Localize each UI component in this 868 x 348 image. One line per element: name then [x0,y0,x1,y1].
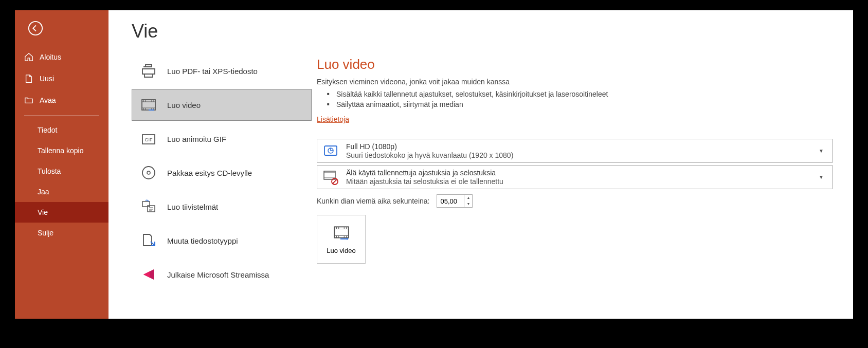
sidebar-label: Tallenna kopio [38,146,84,155]
home-icon [24,52,33,62]
sidebar-divider [24,115,99,116]
sidebar-item-share[interactable]: Jaa [15,181,109,202]
main-content: Luo video Esityksen vieminen videona, jo… [317,10,853,319]
video-quality-dropdown[interactable]: Full HD (1080p) Suuri tiedostokoko ja hy… [317,139,833,163]
section-description: Esityksen vieminen videona, jonka voit j… [317,78,833,86]
create-video-button-label: Luo video [327,247,355,254]
video-icon [140,97,157,113]
sidebar-label: Jaa [38,188,49,196]
feature-item: Säilyttää animaatiot, siirtymät ja media… [327,99,833,109]
sidebar: Aloitus Uusi Avaa Tiedot Tallenna kopio … [15,10,109,319]
sidebar-item-close[interactable]: Sulje [15,223,109,243]
video-export-icon [333,224,350,242]
export-option-pdf-xps[interactable]: Luo PDF- tai XPS-tiedosto [132,55,312,87]
monitor-icon [322,143,339,159]
sidebar-label: Tulosta [38,167,61,175]
dropdown-title: Full HD (1080p) [346,142,811,151]
chevron-down-icon: ▼ [819,174,824,180]
export-option-label: Luo animoitu GIF [167,135,226,143]
sidebar-label: Aloitus [40,53,61,61]
feature-item: Sisältää kaikki tallennetut ajastukset, … [327,89,833,99]
stream-icon [140,266,157,283]
folder-open-icon [24,96,33,105]
sidebar-item-home[interactable]: Aloitus [15,46,109,68]
feature-list: Sisältää kaikki tallennetut ajastukset, … [327,89,833,109]
sidebar-item-save-copy[interactable]: Tallenna kopio [15,140,109,161]
seconds-input[interactable] [437,196,464,206]
back-button[interactable] [23,15,48,41]
sidebar-item-new[interactable]: Uusi [15,68,109,89]
svg-point-5 [147,171,150,174]
pdf-xps-icon [140,63,157,79]
export-options-pane: Vie Luo PDF- tai XPS-tiedosto Luo video … [109,10,317,319]
export-option-label: Pakkaa esitys CD-levylle [167,169,252,177]
back-arrow-icon [28,21,43,36]
dropdown-title: Älä käytä tallennettuja ajastuksia ja se… [346,169,811,177]
learn-more-link[interactable]: Lisätietoja [317,115,349,123]
sidebar-item-print[interactable]: Tulosta [15,161,109,181]
new-file-icon [24,74,33,83]
sidebar-label: Sulje [38,229,53,237]
svg-point-0 [29,22,42,35]
spinner-up-icon[interactable]: ▲ [464,195,472,201]
seconds-spinner[interactable]: ▲ ▼ [437,194,473,208]
sidebar-item-export[interactable]: Vie [15,202,109,223]
export-option-handouts[interactable]: Luo tiivistelmät [132,191,312,223]
page-title: Vie [132,21,312,42]
dropdown-subtitle: Mitään ajastuksia tai selostuksia ei ole… [346,177,811,186]
export-option-package-cd[interactable]: Pakkaa esitys CD-levylle [132,157,312,189]
gif-icon: GIF [140,131,157,147]
section-heading: Luo video [317,57,833,72]
sidebar-item-open[interactable]: Avaa [15,89,109,111]
handouts-icon [140,198,157,215]
seconds-label: Kunkin dian viemä aika sekunteina: [317,197,429,205]
create-video-button[interactable]: Luo video [317,215,366,264]
export-option-label: Luo video [167,101,201,109]
svg-rect-1 [142,100,155,110]
export-option-label: Muuta tiedostotyyppi [167,236,238,245]
change-file-type-icon [140,232,157,249]
sidebar-item-info[interactable]: Tiedot [15,120,109,140]
sidebar-label: Vie [38,208,48,216]
spinner-down-icon[interactable]: ▼ [464,201,472,207]
timings-dropdown[interactable]: Älä käytä tallennettuja ajastuksia ja se… [317,165,833,189]
export-option-label: Luo PDF- tai XPS-tiedosto [167,67,258,76]
cd-icon [140,164,157,181]
export-option-create-video[interactable]: Luo video [132,89,312,121]
sidebar-label: Avaa [40,96,56,104]
no-timings-icon [322,169,339,186]
export-option-publish-stream[interactable]: Julkaise Microsoft Streamissa [132,259,312,290]
sidebar-label: Tiedot [38,126,57,134]
export-option-gif[interactable]: GIF Luo animoitu GIF [132,123,312,155]
sidebar-label: Uusi [40,75,54,83]
dropdown-subtitle: Suuri tiedostokoko ja hyvä kuvanlaatu (1… [346,151,811,159]
export-option-label: Luo tiivistelmät [167,203,218,211]
svg-text:GIF: GIF [145,137,153,142]
export-option-change-file-type[interactable]: Muuta tiedostotyyppi [132,225,312,257]
svg-point-4 [142,167,155,179]
backstage-view: Aloitus Uusi Avaa Tiedot Tallenna kopio … [15,10,853,319]
export-option-label: Julkaise Microsoft Streamissa [167,270,269,279]
chevron-down-icon: ▼ [819,148,824,154]
seconds-per-slide-row: Kunkin dian viemä aika sekunteina: ▲ ▼ [317,194,833,208]
